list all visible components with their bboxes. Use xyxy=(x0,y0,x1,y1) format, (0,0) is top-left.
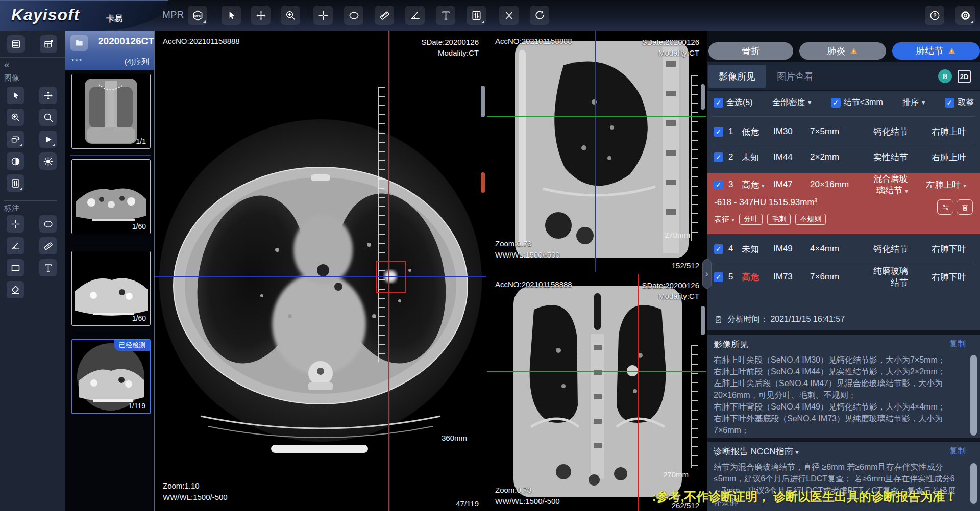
rail-ellipse-button[interactable] xyxy=(39,215,57,233)
rail-text-button[interactable] xyxy=(39,259,57,276)
series-thumbnail-2[interactable]: 1/60 xyxy=(71,159,151,234)
checkbox-checked-icon[interactable]: ✓ xyxy=(945,98,954,108)
text-tool-button[interactable] xyxy=(436,6,455,25)
pneumonia-tab[interactable]: 肺炎 xyxy=(799,42,886,60)
density-filter-dropdown[interactable]: 全部密度 ▾ xyxy=(772,97,811,108)
report-chat-button[interactable] xyxy=(938,69,952,83)
feature-chip-lobulated[interactable]: 分叶 xyxy=(739,214,763,225)
angle-tool-button[interactable] xyxy=(405,6,425,25)
rail-brightness-button[interactable] xyxy=(39,152,57,170)
toolbar-divider xyxy=(215,6,215,24)
checkbox-checked-icon[interactable]: ✓ xyxy=(831,98,841,108)
nodule-risk-dropdown[interactable]: 高危 ▾ xyxy=(742,179,768,191)
checkbox-checked-icon[interactable]: ✓ xyxy=(714,98,723,108)
rail-eraser-button[interactable] xyxy=(7,281,24,298)
tab-findings[interactable]: 影像所见 xyxy=(708,65,766,88)
sagittal-viewport[interactable]: 270mm AccNO:202101158888 SDate:20200126 … xyxy=(487,31,706,272)
caret-down-icon[interactable]: ▾ xyxy=(796,449,799,456)
nodule-type-dropdown[interactable]: 混合磨玻璃结节 ▾ xyxy=(872,173,908,196)
nodule-row-3-main[interactable]: ✓ 3 高危 ▾ IM47 20×16mm 混合磨玻璃结节 ▾ 左肺上叶 ▾ xyxy=(707,173,980,193)
nodule-type: 实性结节 xyxy=(872,151,908,163)
mpr-layout-button[interactable]: MPR xyxy=(188,6,207,25)
slice-position-marker[interactable] xyxy=(481,172,485,193)
ellipse-tool-button[interactable] xyxy=(344,6,363,25)
rail-magnifier-button[interactable] xyxy=(39,109,57,126)
reset-button[interactable] xyxy=(530,6,549,25)
crosshair-tool-button[interactable] xyxy=(313,6,333,25)
checkbox-checked-icon[interactable]: ✓ xyxy=(714,127,723,137)
crosshair-vertical-red[interactable] xyxy=(638,274,639,511)
checkbox-checked-icon[interactable]: ✓ xyxy=(714,244,723,254)
select-all-filter[interactable]: ✓ 全选(5) xyxy=(714,97,753,108)
feature-chip-irregular[interactable]: 不规则 xyxy=(795,214,826,225)
nodule-row-4[interactable]: ✓ 4 未知 IM49 4×4mm 钙化结节 右肺下叶 xyxy=(707,240,980,258)
nodule-row-1[interactable]: ✓ 1 低危 IM30 7×5mm 钙化结节 右肺上叶 xyxy=(707,122,980,141)
series-list-button[interactable] xyxy=(7,35,24,53)
sort-dropdown[interactable]: 排序 ▾ xyxy=(902,97,925,108)
feature-dropdown[interactable]: 表征 ▾ xyxy=(714,215,734,224)
workflow-icon xyxy=(941,203,950,212)
checkbox-checked-icon[interactable]: ✓ xyxy=(714,272,723,282)
annotation-section-label: 标注 xyxy=(4,203,19,213)
lung-nodule-tab[interactable]: 肺结节 xyxy=(892,42,980,60)
rail-invert-button[interactable] xyxy=(7,152,24,170)
nodule-row-5[interactable]: ✓ 5 高危 IM73 7×6mm 纯磨玻璃结节 右肺下叶 xyxy=(707,268,980,286)
2d-mode-button[interactable]: 2D xyxy=(958,70,971,83)
rail-rotate-button[interactable] xyxy=(7,131,24,148)
tab-image-view[interactable]: 图片查看 xyxy=(767,65,824,88)
crosshair-horizontal-green[interactable] xyxy=(487,116,706,117)
checkbox-checked-icon[interactable]: ✓ xyxy=(714,180,723,190)
ellipse-icon xyxy=(348,10,360,21)
axial-viewport[interactable]: 360mm AccNO:202101158888 SDate:20200126 … xyxy=(154,31,486,511)
findings-copy-link[interactable]: 复制 xyxy=(949,339,966,349)
rail-zoom-in-button[interactable] xyxy=(7,109,24,126)
check-icon: ✓ xyxy=(716,273,722,281)
small-nodule-filter[interactable]: ✓ 结节<3mm xyxy=(831,97,883,108)
slice-scrollbar-thumb[interactable] xyxy=(481,86,485,117)
rail-divider xyxy=(0,57,65,58)
series-thumbnail-1[interactable]: 1/1 xyxy=(71,74,151,149)
report-copy-link[interactable]: 复制 xyxy=(949,446,966,456)
fracture-tab[interactable]: 骨折 xyxy=(708,42,793,60)
followup-compare-button[interactable] xyxy=(937,199,953,215)
zoom-tool-button[interactable] xyxy=(281,6,300,25)
collapse-panel-icon[interactable]: « xyxy=(4,59,10,70)
rail-crosshair-button[interactable] xyxy=(7,215,24,233)
nodule-type: 混合磨玻璃结节 xyxy=(873,174,908,195)
pointer-tool-button[interactable] xyxy=(222,6,241,25)
settings-button[interactable] xyxy=(955,6,975,25)
slice-scrollbar-thumb[interactable] xyxy=(701,84,705,110)
rail-angle-button[interactable] xyxy=(7,237,24,254)
checkbox-checked-icon[interactable]: ✓ xyxy=(714,152,723,162)
report-scrollbar-thumb[interactable] xyxy=(970,463,977,504)
nodule-roi-box[interactable] xyxy=(376,261,406,293)
rail-window-level-button[interactable] xyxy=(7,174,24,192)
window-level-button[interactable] xyxy=(467,6,486,25)
coronal-viewport[interactable]: 270mm AccNO:202101158888 SDate:20200126 … xyxy=(487,274,706,511)
feature-chip-spiculated[interactable]: 毛刺 xyxy=(767,214,791,225)
delete-nodule-button[interactable] xyxy=(957,199,973,215)
delete-annotation-button[interactable] xyxy=(499,6,519,25)
crosshair-vertical-blue[interactable] xyxy=(595,31,596,272)
rail-pan-button[interactable] xyxy=(39,87,57,104)
pan-tool-button[interactable] xyxy=(251,6,271,25)
rail-rectangle-button[interactable] xyxy=(7,259,24,276)
nodule-location-dropdown[interactable]: 左肺上叶 ▾ xyxy=(913,179,966,191)
nodule-row-2[interactable]: ✓ 2 未知 IM44 2×2mm 实性结节 右肺上叶 xyxy=(707,148,980,166)
ruler-tool-button[interactable] xyxy=(375,6,394,25)
layout-close-button[interactable] xyxy=(40,35,57,53)
rounding-filter[interactable]: ✓ 取整 xyxy=(945,97,974,108)
series-thumbnail-3[interactable]: 1/60 xyxy=(71,251,151,326)
rail-cine-play-button[interactable] xyxy=(39,131,57,148)
crosshair-horizontal-blue[interactable] xyxy=(155,276,486,277)
slice-scrollbar-thumb[interactable] xyxy=(701,306,705,335)
crosshair-horizontal-green[interactable] xyxy=(487,371,706,372)
nodule-row-3-selected[interactable]: ✓ 3 高危 ▾ IM47 20×16mm 混合磨玻璃结节 ▾ 左肺上叶 ▾ -… xyxy=(707,173,980,234)
rail-pointer-button[interactable] xyxy=(7,87,24,104)
findings-scrollbar-thumb[interactable] xyxy=(970,355,977,436)
series-thumbnail-4-selected[interactable]: 已经检测 1/119 xyxy=(71,339,151,414)
rail-ruler-button[interactable] xyxy=(39,237,57,254)
help-button[interactable]: ? xyxy=(925,6,944,25)
open-study-button[interactable] xyxy=(70,35,88,51)
panel-collapse-handle[interactable]: › xyxy=(702,259,712,289)
